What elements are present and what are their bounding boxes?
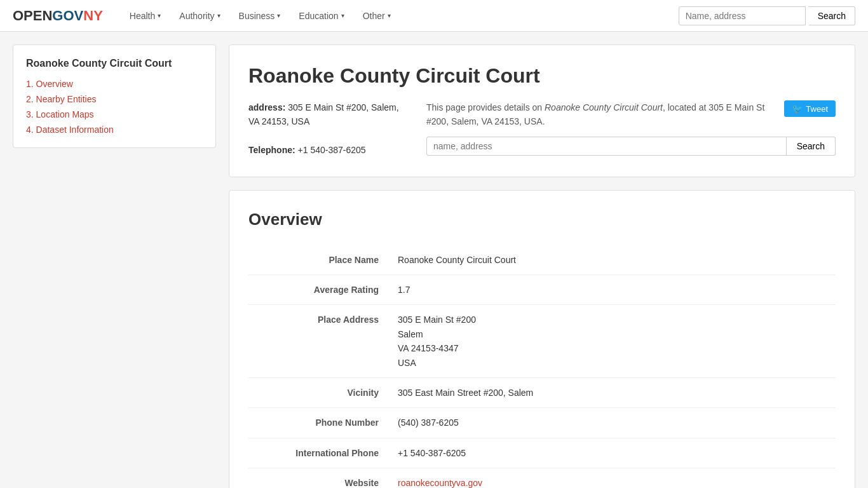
info-card: Roanoke County Circuit Court address: 30…: [229, 44, 855, 177]
twitter-icon: 🐦: [792, 104, 803, 114]
nav-other-label: Other: [363, 11, 385, 21]
sidebar-link-maps[interactable]: 3. Location Maps: [26, 109, 94, 119]
brand-logo[interactable]: OPENGOVNY: [13, 8, 103, 24]
row-key: Vicinity: [248, 377, 388, 407]
table-row: Place Address305 E Main St #200SalemVA 2…: [248, 305, 836, 378]
main-content: Roanoke County Circuit Court address: 30…: [229, 44, 855, 488]
table-row: Websiteroanokecountyva.gov: [248, 468, 836, 488]
nav-item-business[interactable]: Business ▾: [231, 0, 288, 32]
telephone-value: +1 540-387-6205: [298, 145, 366, 155]
table-row: Place NameRoanoke County Circuit Court: [248, 245, 836, 275]
table-row: International Phone+1 540-387-6205: [248, 438, 836, 468]
navbar-search-button[interactable]: Search: [809, 6, 855, 25]
row-value: 305 East Main Street #200, Salem: [388, 377, 836, 407]
row-key: Phone Number: [248, 408, 388, 438]
overview-table: Place NameRoanoke County Circuit CourtAv…: [248, 245, 836, 488]
info-row: address: 305 E Main St #200, Salem, VA 2…: [248, 100, 836, 158]
description-entity: Roanoke County Circuit Court: [545, 102, 663, 112]
description-pre: This page provides details on: [426, 102, 545, 112]
row-value: Roanoke County Circuit Court: [388, 245, 836, 275]
nav-items: Health ▾ Authority ▾ Business ▾ Educatio…: [122, 0, 679, 32]
navbar: OPENGOVNY Health ▾ Authority ▾ Business …: [0, 0, 868, 32]
sidebar-item-overview[interactable]: 1. Overview: [26, 79, 203, 89]
overview-section: Overview Place NameRoanoke County Circui…: [229, 190, 855, 488]
row-value: 1.7: [388, 274, 836, 304]
nav-item-health[interactable]: Health ▾: [122, 0, 168, 32]
nav-education-label: Education: [299, 11, 338, 21]
sidebar-link-dataset[interactable]: 4. Dataset Information: [26, 125, 114, 135]
info-address: address: 305 E Main St #200, Salem, VA 2…: [248, 100, 407, 158]
page-layout: Roanoke County Circuit Court 1. Overview…: [0, 32, 868, 488]
sidebar-link-overview[interactable]: 1. Overview: [26, 79, 73, 89]
row-link[interactable]: roanokecountyva.gov: [398, 478, 482, 488]
nav-authority-caret: ▾: [217, 12, 220, 19]
nav-health-label: Health: [130, 11, 155, 21]
table-row: Average Rating1.7: [248, 274, 836, 304]
sidebar-nav: 1. Overview 2. Nearby Entities 3. Locati…: [26, 79, 203, 135]
sidebar: Roanoke County Circuit Court 1. Overview…: [13, 44, 216, 488]
navbar-search-input[interactable]: [679, 6, 806, 25]
nav-health-caret: ▾: [158, 12, 161, 19]
sidebar-item-maps[interactable]: 3. Location Maps: [26, 109, 203, 119]
sidebar-link-nearby[interactable]: 2. Nearby Entities: [26, 94, 97, 104]
table-row: Phone Number(540) 387-6205: [248, 408, 836, 438]
row-value[interactable]: roanokecountyva.gov: [388, 468, 836, 488]
address-label: address:: [248, 102, 285, 112]
nav-education-caret: ▾: [341, 12, 344, 19]
row-key: Average Rating: [248, 274, 388, 304]
telephone-label: Telephone:: [248, 145, 295, 155]
sidebar-title: Roanoke County Circuit Court: [26, 58, 203, 69]
table-row: Vicinity305 East Main Street #200, Salem: [248, 377, 836, 407]
brand-open: OPEN: [13, 8, 52, 24]
tweet-label: Tweet: [806, 104, 828, 114]
nav-item-other[interactable]: Other ▾: [355, 0, 398, 32]
overview-title: Overview: [248, 210, 836, 229]
tweet-button[interactable]: 🐦 Tweet: [784, 100, 836, 117]
brand-gov: GOV: [52, 8, 83, 24]
sidebar-card: Roanoke County Circuit Court 1. Overview…: [13, 44, 216, 148]
sidebar-item-dataset[interactable]: 4. Dataset Information: [26, 125, 203, 135]
info-search-input[interactable]: [426, 137, 787, 156]
description-text: This page provides details on Roanoke Co…: [426, 100, 836, 129]
nav-business-label: Business: [239, 11, 275, 21]
row-key: International Phone: [248, 438, 388, 468]
nav-other-caret: ▾: [388, 12, 391, 19]
row-value: (540) 387-6205: [388, 408, 836, 438]
nav-item-authority[interactable]: Authority ▾: [172, 0, 227, 32]
info-search: Search: [426, 137, 836, 156]
navbar-search: Search: [679, 6, 855, 25]
sidebar-item-nearby[interactable]: 2. Nearby Entities: [26, 94, 203, 104]
nav-authority-label: Authority: [179, 11, 214, 21]
nav-item-education[interactable]: Education ▾: [291, 0, 351, 32]
row-key: Website: [248, 468, 388, 488]
row-value: +1 540-387-6205: [388, 438, 836, 468]
page-title: Roanoke County Circuit Court: [248, 64, 836, 88]
row-value: 305 E Main St #200SalemVA 24153-4347USA: [388, 305, 836, 378]
nav-business-caret: ▾: [277, 12, 280, 19]
row-key: Place Name: [248, 245, 388, 275]
info-search-button[interactable]: Search: [787, 137, 836, 156]
brand-ny: NY: [83, 8, 103, 24]
row-key: Place Address: [248, 305, 388, 378]
info-description: 🐦 Tweet This page provides details on Ro…: [426, 100, 836, 156]
